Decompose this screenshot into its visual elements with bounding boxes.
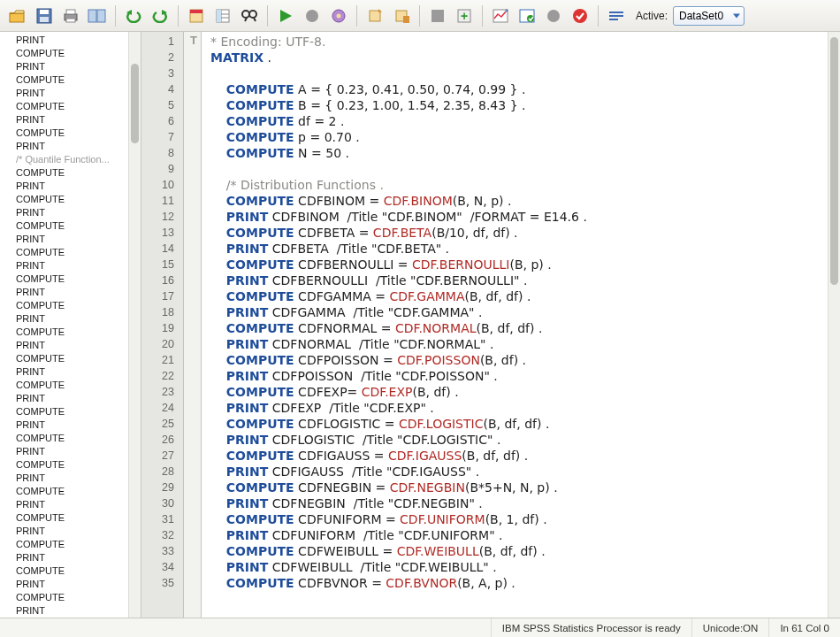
- outline-item[interactable]: COMPUTE: [0, 73, 128, 87]
- outline-scrollbar[interactable]: [128, 32, 141, 618]
- code-line[interactable]: PRINT CDFWEIBULL /Title "CDF.WEIBULL" .: [210, 559, 822, 575]
- outline-item[interactable]: COMPUTE: [0, 100, 128, 113]
- dialog-recall-button[interactable]: [326, 4, 351, 28]
- outline-item[interactable]: PRINT: [0, 180, 128, 193]
- outline-item[interactable]: PRINT: [0, 525, 128, 538]
- code-line[interactable]: [210, 161, 822, 177]
- outline-item[interactable]: PRINT: [0, 113, 128, 127]
- split-button[interactable]: [425, 4, 450, 28]
- code-line[interactable]: COMPUTE CDFNORMAL = CDF.NORMAL(B, df, df…: [210, 320, 822, 336]
- outline-item[interactable]: PRINT: [0, 604, 128, 618]
- outline-item[interactable]: PRINT: [0, 60, 128, 73]
- outline-item[interactable]: PRINT: [0, 339, 128, 352]
- outline-item[interactable]: PRINT: [0, 233, 128, 246]
- outline-item[interactable]: COMPUTE: [0, 246, 128, 259]
- code-line[interactable]: PRINT CDFNORMAL /Title "CDF.NORMAL" .: [210, 336, 822, 352]
- outline-item[interactable]: PRINT: [0, 418, 128, 432]
- outline-item[interactable]: COMPUTE: [0, 127, 128, 140]
- outline-item[interactable]: COMPUTE: [0, 272, 128, 286]
- chart-builder-button[interactable]: *: [488, 4, 513, 28]
- code-line[interactable]: COMPUTE CDFBVNOR = CDF.BVNOR(B, A, p) .: [210, 575, 822, 591]
- outline-item[interactable]: COMPUTE: [0, 47, 128, 60]
- outline-item[interactable]: PRINT: [0, 551, 128, 564]
- find-button[interactable]: [237, 4, 262, 28]
- new-syntax-button[interactable]: +: [452, 4, 477, 28]
- outline-item[interactable]: COMPUTE: [0, 538, 128, 551]
- record-button[interactable]: [541, 4, 566, 28]
- code-line[interactable]: COMPUTE CDFPOISSON = CDF.POISSON(B, df) …: [210, 352, 822, 368]
- code-line[interactable]: COMPUTE N = 50 .: [210, 145, 822, 161]
- outline-item[interactable]: PRINT: [0, 365, 128, 379]
- preview-button[interactable]: [85, 4, 110, 28]
- code-line[interactable]: PRINT CDFUNIFORM /Title "CDF.UNIFORM" .: [210, 527, 822, 543]
- code-line[interactable]: PRINT CDFLOGISTIC /Title "CDF.LOGISTIC" …: [210, 432, 822, 448]
- open-button[interactable]: [5, 4, 30, 28]
- code-line[interactable]: PRINT CDFNEGBIN /Title "CDF.NEGBIN" .: [210, 495, 822, 511]
- code-line[interactable]: COMPUTE CDFLOGISTIC = CDF.LOGISTIC(B, df…: [210, 416, 822, 432]
- outline-item[interactable]: COMPUTE: [0, 219, 128, 233]
- code-line[interactable]: COMPUTE CDFNEGBIN = CDF.NEGBIN(B*5+N, N,…: [210, 480, 822, 495]
- code-line[interactable]: PRINT CDFEXP /Title "CDF.EXP" .: [210, 400, 822, 416]
- code-area[interactable]: * Encoding: UTF-8.MATRIX . COMPUTE A = {…: [202, 32, 828, 618]
- outline-list[interactable]: PRINTCOMPUTEPRINTCOMPUTEPRINTCOMPUTEPRIN…: [0, 32, 128, 618]
- undo-button[interactable]: [121, 4, 146, 28]
- code-line[interactable]: [210, 65, 822, 81]
- outline-item[interactable]: COMPUTE: [0, 166, 128, 180]
- code-line[interactable]: COMPUTE CDFEXP= CDF.EXP(B, df) .: [210, 384, 822, 400]
- insert-case-button[interactable]: [363, 4, 387, 28]
- goto-case-button[interactable]: [184, 4, 209, 28]
- outline-item[interactable]: COMPUTE: [0, 591, 128, 604]
- code-line[interactable]: /* Distribution Functions .: [210, 177, 822, 193]
- scrollbar-thumb[interactable]: [131, 64, 139, 143]
- dataset-select[interactable]: DataSet0: [673, 6, 745, 26]
- toggle-comment-button[interactable]: [604, 4, 629, 28]
- outline-item[interactable]: COMPUTE: [0, 458, 128, 472]
- outline-item[interactable]: PRINT: [0, 445, 128, 458]
- scrollbar-thumb[interactable]: [830, 37, 838, 285]
- insert-var-button[interactable]: [389, 4, 414, 28]
- code-line[interactable]: COMPUTE CDFUNIFORM = CDF.UNIFORM(B, 1, d…: [210, 511, 822, 527]
- syntax-editor[interactable]: 1234567891011121314151617181920212223242…: [141, 32, 840, 618]
- outline-item[interactable]: COMPUTE: [0, 352, 128, 365]
- outline-item[interactable]: COMPUTE: [0, 432, 128, 445]
- outline-item[interactable]: COMPUTE: [0, 193, 128, 206]
- outline-item[interactable]: PRINT: [0, 206, 128, 219]
- outline-item[interactable]: COMPUTE: [0, 299, 128, 312]
- editor-scrollbar[interactable]: [828, 32, 840, 618]
- code-line[interactable]: COMPUTE CDFBINOM = CDF.BINOM(B, N, p) .: [210, 193, 822, 209]
- redo-button[interactable]: [148, 4, 172, 28]
- code-line[interactable]: COMPUTE CDFIGAUSS = CDF.IGAUSS(B, df, df…: [210, 448, 822, 464]
- outline-item[interactable]: COMPUTE: [0, 326, 128, 339]
- code-line[interactable]: PRINT CDFPOISSON /Title "CDF.POISSON" .: [210, 368, 822, 384]
- outline-item[interactable]: COMPUTE: [0, 511, 128, 525]
- save-button[interactable]: [32, 4, 57, 28]
- code-line[interactable]: PRINT CDFBETA /Title "CDF.BETA" .: [210, 241, 822, 257]
- run-button[interactable]: [273, 4, 298, 28]
- code-line[interactable]: MATRIX .: [210, 50, 822, 65]
- outline-item[interactable]: PRINT: [0, 392, 128, 405]
- outline-item[interactable]: PRINT: [0, 87, 128, 100]
- outline-item[interactable]: PRINT: [0, 286, 128, 299]
- outline-item[interactable]: PRINT: [0, 578, 128, 591]
- code-line[interactable]: COMPUTE p = 0.70 .: [210, 129, 822, 145]
- outline-item[interactable]: PRINT: [0, 259, 128, 272]
- code-line[interactable]: COMPUTE CDFWEIBULL = CDF.WEIBULL(B, df, …: [210, 543, 822, 559]
- code-line[interactable]: PRINT CDFBINOM /Title "CDF.BINOM" /FORMA…: [210, 209, 822, 225]
- outline-item[interactable]: COMPUTE: [0, 405, 128, 418]
- code-line[interactable]: COMPUTE CDFBETA = CDF.BETA(B/10, df, df)…: [210, 225, 822, 241]
- print-button[interactable]: [58, 4, 83, 28]
- outline-item[interactable]: PRINT: [0, 498, 128, 511]
- syntax-help-button[interactable]: [515, 4, 539, 28]
- code-line[interactable]: COMPUTE A = { 0.23, 0.41, 0.50, 0.74, 0.…: [210, 81, 822, 97]
- outline-item[interactable]: PRINT: [0, 472, 128, 485]
- outline-item[interactable]: PRINT: [0, 140, 128, 153]
- outline-item[interactable]: COMPUTE: [0, 485, 128, 498]
- code-line[interactable]: * Encoding: UTF-8.: [210, 34, 822, 50]
- variables-button[interactable]: [210, 4, 235, 28]
- outline-item[interactable]: COMPUTE: [0, 379, 128, 392]
- code-line[interactable]: COMPUTE CDFBERNOULLI = CDF.BERNOULLI(B, …: [210, 257, 822, 272]
- outline-item[interactable]: COMPUTE: [0, 564, 128, 578]
- outline-item[interactable]: PRINT: [0, 312, 128, 326]
- outline-item[interactable]: PRINT: [0, 34, 128, 47]
- code-line[interactable]: COMPUTE df = 2 .: [210, 113, 822, 129]
